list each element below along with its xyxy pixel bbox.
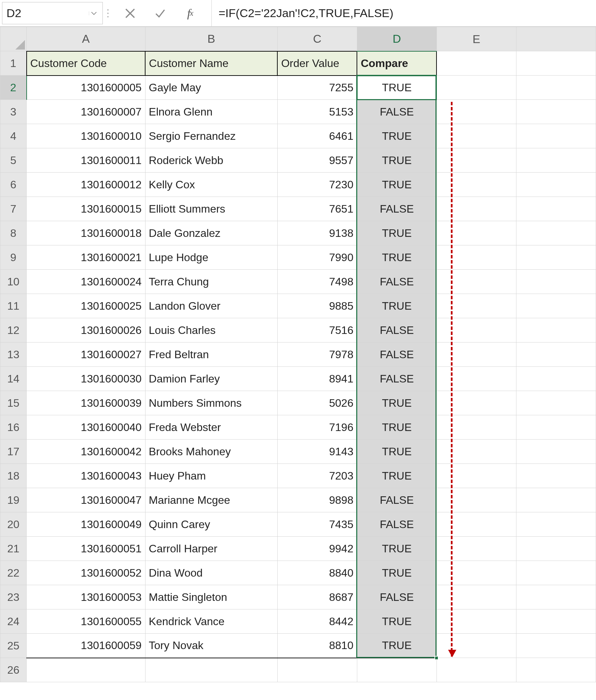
cell-blank[interactable] (516, 585, 596, 609)
cell-C6[interactable]: 7230 (277, 173, 357, 197)
cell-C9[interactable]: 7990 (277, 245, 357, 270)
col-header-E[interactable]: E (436, 27, 516, 51)
cell-B21[interactable]: Carroll Harper (145, 537, 277, 561)
row-header-25[interactable]: 25 (0, 634, 27, 658)
cell-D10[interactable]: FALSE (357, 270, 436, 294)
row-header-12[interactable]: 12 (0, 318, 27, 342)
cell-C20[interactable]: 7435 (277, 512, 357, 537)
cell-A11[interactable]: 1301600025 (27, 294, 145, 318)
cell-D25[interactable]: TRUE (357, 634, 436, 658)
cell-D14[interactable]: FALSE (357, 367, 436, 391)
name-box[interactable]: D2 (2, 2, 103, 24)
col-header-F[interactable] (516, 27, 596, 51)
cell-blank[interactable] (436, 609, 516, 634)
cell-D18[interactable]: TRUE (357, 464, 436, 488)
cell-blank[interactable] (436, 342, 516, 367)
cell-A8[interactable]: 1301600018 (27, 221, 145, 245)
row-header-16[interactable]: 16 (0, 415, 27, 440)
cell-C19[interactable]: 9898 (277, 488, 357, 512)
row-header-22[interactable]: 22 (0, 561, 27, 585)
cell-blank[interactable] (436, 294, 516, 318)
cell-blank[interactable] (516, 342, 596, 367)
cell-B19[interactable]: Marianne Mcgee (145, 488, 277, 512)
cell-A7[interactable]: 1301600015 (27, 197, 145, 221)
cell-D21[interactable]: TRUE (357, 537, 436, 561)
cell-D15[interactable]: TRUE (357, 391, 436, 415)
row-header-20[interactable]: 20 (0, 512, 27, 537)
cell-D23[interactable]: FALSE (357, 585, 436, 609)
cell-B2[interactable]: Gayle May (145, 76, 277, 100)
cell-blank[interactable] (516, 561, 596, 585)
cell-blank[interactable] (516, 391, 596, 415)
worksheet-grid[interactable]: A B C D E 1Customer CodeCustomer NameOrd… (0, 27, 596, 682)
cell-blank[interactable] (436, 197, 516, 221)
cell-C5[interactable]: 9557 (277, 148, 357, 173)
cell-A4[interactable]: 1301600010 (27, 124, 145, 148)
cell-blank[interactable] (516, 537, 596, 561)
cell-D7[interactable]: FALSE (357, 197, 436, 221)
cell-blank[interactable] (436, 173, 516, 197)
cell-B13[interactable]: Fred Beltran (145, 342, 277, 367)
cell-blank[interactable] (516, 512, 596, 537)
cell-blank[interactable] (436, 440, 516, 464)
cell-blank[interactable] (436, 512, 516, 537)
cell-blank[interactable] (277, 658, 357, 682)
cell-D19[interactable]: FALSE (357, 488, 436, 512)
cell-B7[interactable]: Elliott Summers (145, 197, 277, 221)
cell-A24[interactable]: 1301600055 (27, 609, 145, 634)
cell-C21[interactable]: 9942 (277, 537, 357, 561)
cell-D4[interactable]: TRUE (357, 124, 436, 148)
row-header-13[interactable]: 13 (0, 342, 27, 367)
fill-handle[interactable] (434, 656, 439, 660)
cell-blank[interactable] (516, 294, 596, 318)
row-header-24[interactable]: 24 (0, 609, 27, 634)
cell-blank[interactable] (145, 658, 277, 682)
cell-C17[interactable]: 9143 (277, 440, 357, 464)
cell-B3[interactable]: Elnora Glenn (145, 100, 277, 124)
cell-A6[interactable]: 1301600012 (27, 173, 145, 197)
cell-blank[interactable] (516, 148, 596, 173)
cell-B25[interactable]: Tory Novak (145, 634, 277, 658)
col-header-A[interactable]: A (27, 27, 145, 51)
cell-B20[interactable]: Quinn Carey (145, 512, 277, 537)
cell-blank[interactable] (436, 221, 516, 245)
cell-D22[interactable]: TRUE (357, 561, 436, 585)
cell-blank[interactable] (436, 270, 516, 294)
cell-D16[interactable]: TRUE (357, 415, 436, 440)
cell-B12[interactable]: Louis Charles (145, 318, 277, 342)
cell-D12[interactable]: FALSE (357, 318, 436, 342)
cell-C4[interactable]: 6461 (277, 124, 357, 148)
cell-C1[interactable]: Order Value (277, 51, 357, 76)
cell-A10[interactable]: 1301600024 (27, 270, 145, 294)
cell-blank[interactable] (436, 391, 516, 415)
cell-B24[interactable]: Kendrick Vance (145, 609, 277, 634)
row-header-7[interactable]: 7 (0, 197, 27, 221)
cell-D6[interactable]: TRUE (357, 173, 436, 197)
cell-A19[interactable]: 1301600047 (27, 488, 145, 512)
cell-A16[interactable]: 1301600040 (27, 415, 145, 440)
cell-blank[interactable] (436, 585, 516, 609)
row-header-5[interactable]: 5 (0, 148, 27, 173)
cell-C12[interactable]: 7516 (277, 318, 357, 342)
cell-C22[interactable]: 8840 (277, 561, 357, 585)
cell-D8[interactable]: TRUE (357, 221, 436, 245)
cell-A23[interactable]: 1301600053 (27, 585, 145, 609)
cell-C13[interactable]: 7978 (277, 342, 357, 367)
cell-C3[interactable]: 5153 (277, 100, 357, 124)
cell-C14[interactable]: 8941 (277, 367, 357, 391)
cell-blank[interactable] (516, 415, 596, 440)
cell-blank[interactable] (516, 318, 596, 342)
cell-D2[interactable]: TRUE (357, 76, 436, 100)
cell-A12[interactable]: 1301600026 (27, 318, 145, 342)
cell-blank[interactable] (516, 367, 596, 391)
cell-blank[interactable] (436, 415, 516, 440)
cell-blank[interactable] (436, 124, 516, 148)
cell-blank[interactable] (516, 464, 596, 488)
cell-D1[interactable]: Compare (357, 51, 436, 76)
cell-B15[interactable]: Numbers Simmons (145, 391, 277, 415)
cell-C15[interactable]: 5026 (277, 391, 357, 415)
cell-blank[interactable] (436, 464, 516, 488)
cell-C23[interactable]: 8687 (277, 585, 357, 609)
row-header-6[interactable]: 6 (0, 173, 27, 197)
row-header-10[interactable]: 10 (0, 270, 27, 294)
